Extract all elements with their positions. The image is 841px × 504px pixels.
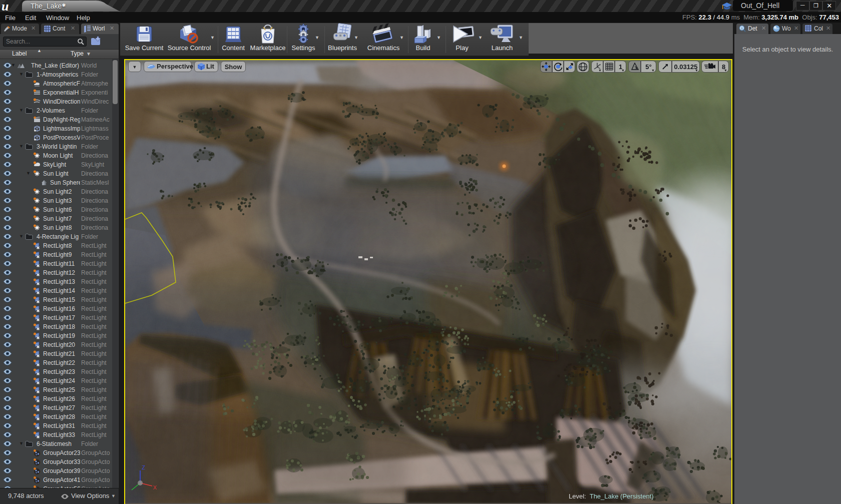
svg-text:u: u [2,1,9,12]
